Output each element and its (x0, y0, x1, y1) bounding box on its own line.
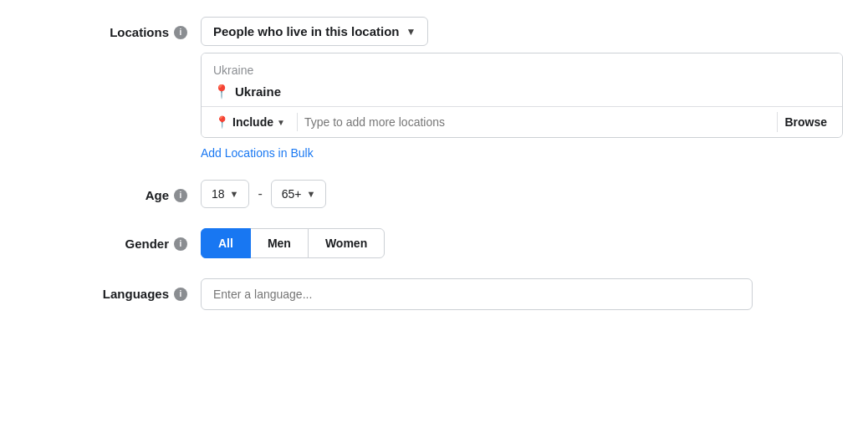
gender-label: Gender (125, 237, 169, 251)
language-input[interactable] (201, 278, 753, 310)
age-min-dropdown[interactable]: 18 ▼ (201, 180, 249, 208)
languages-label-col: Languages i (25, 278, 201, 301)
age-min-arrow-icon: ▼ (230, 189, 239, 199)
location-type-button[interactable]: People who live in this location ▼ (201, 17, 428, 46)
age-selector: 18 ▼ - 65+ ▼ (201, 180, 843, 208)
include-arrow-icon: ▼ (277, 118, 285, 127)
include-label: Include (232, 115, 273, 129)
locations-row: Locations i People who live in this loca… (25, 17, 843, 160)
gender-btn-women[interactable]: Women (308, 228, 385, 258)
age-info-icon[interactable]: i (174, 189, 187, 202)
age-max-dropdown[interactable]: 65+ ▼ (271, 180, 327, 208)
gender-btn-men[interactable]: Men (250, 228, 309, 258)
locations-label: Locations (110, 25, 169, 39)
gender-buttons: All Men Women (201, 228, 843, 258)
gender-btn-all[interactable]: All (201, 228, 251, 258)
include-dropdown[interactable]: 📍 Include ▼ (210, 112, 290, 132)
languages-label: Languages (103, 287, 169, 301)
age-label: Age (146, 188, 169, 202)
age-content: 18 ▼ - 65+ ▼ (201, 180, 843, 208)
gender-row: Gender i All Men Women (25, 228, 843, 258)
gender-content: All Men Women (201, 228, 843, 258)
languages-content (201, 278, 843, 310)
location-type-label: People who live in this location (213, 24, 400, 38)
gender-info-icon[interactable]: i (174, 237, 187, 251)
age-label-col: Age i (25, 180, 201, 202)
location-type-arrow-icon: ▼ (406, 26, 416, 38)
age-dash: - (258, 186, 262, 201)
location-input-row: 📍 Include ▼ Browse (202, 106, 842, 137)
age-max-arrow-icon: ▼ (307, 189, 316, 199)
location-search-placeholder: Ukraine (213, 64, 830, 77)
location-box: Ukraine 📍 Ukraine 📍 Include ▼ Browse (201, 53, 843, 138)
location-pin-icon: 📍 (213, 84, 230, 99)
languages-row: Languages i (25, 278, 843, 310)
locations-info-icon[interactable]: i (174, 26, 187, 39)
location-tags-area[interactable]: Ukraine 📍 Ukraine (202, 53, 842, 106)
age-min-value: 18 (212, 187, 225, 201)
location-tag: 📍 Ukraine (213, 84, 281, 99)
browse-button[interactable]: Browse (777, 112, 834, 132)
selected-location-name: Ukraine (235, 84, 281, 99)
locations-label-col: Locations i (25, 17, 201, 39)
add-locations-bulk-link[interactable]: Add Locations in Bulk (201, 146, 314, 160)
input-row-divider (297, 113, 298, 131)
age-row: Age i 18 ▼ - 65+ ▼ (25, 180, 843, 208)
languages-info-icon[interactable]: i (174, 288, 187, 301)
locations-content: People who live in this location ▼ Ukrai… (201, 17, 843, 160)
gender-label-col: Gender i (25, 228, 201, 251)
location-text-input[interactable] (304, 115, 771, 129)
include-pin-icon: 📍 (215, 115, 229, 129)
age-max-value: 65+ (282, 187, 302, 201)
